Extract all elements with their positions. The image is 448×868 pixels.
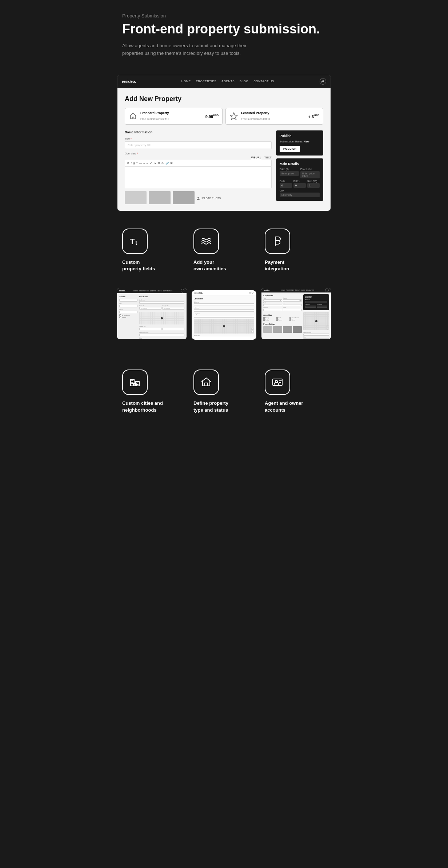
user-icon	[320, 78, 326, 85]
hero-section: Property Submission Front-end property s…	[112, 0, 336, 68]
feature-item-cities: Custom cities andneighborhoods	[117, 364, 188, 419]
property-type-icon-wrap	[193, 370, 219, 395]
beds-label: Beds	[280, 180, 292, 182]
publish-panel: Publish Submission Status: New PUBLISH	[276, 130, 323, 156]
ss-mobile-logo: resideo.	[195, 292, 203, 294]
size-input[interactable]: 1	[307, 183, 320, 188]
feature-item-custom-fields: T t Customproperty fields	[117, 223, 188, 278]
hero-eyebrow: Property Submission	[122, 13, 326, 19]
beds-field: Beds 0	[280, 180, 292, 188]
ss-address-input	[139, 301, 184, 304]
ss-input-field	[119, 311, 137, 313]
ss-wide-bar: resideo. HOMEPROPERTIESAGENTSBLOGCONTACT…	[261, 288, 331, 292]
price-label: Price ($)	[280, 168, 299, 170]
baths-field: Baths 0	[293, 180, 306, 188]
property-form: Add New Property Standard Property Free …	[117, 88, 331, 211]
city-field: City Enter city	[280, 189, 320, 197]
price-label2: Price Label	[300, 168, 320, 170]
accounts-icon-wrap	[265, 370, 290, 395]
ss-desktop-sidebar: Status List Input Air conditioner Intern…	[119, 295, 137, 339]
ss-lat-lng: Latitude 41.374639 Longitude -59.394356	[139, 305, 184, 311]
form-body: Basic Information Title * Enter property…	[125, 130, 323, 206]
photo-thumb-3	[173, 191, 195, 204]
tab-visual[interactable]: VISUAL	[251, 156, 261, 159]
ss-wide-amenities: Parking Pool Air conditioned Heating Bal…	[263, 317, 302, 321]
feature-item-property-type: Define propertytype and status	[188, 364, 260, 419]
ss-logo-1: resideo.	[119, 290, 125, 292]
form-right: Publish Submission Status: New PUBLISH M…	[276, 130, 323, 206]
ss-wide-content: Key Details Type Status Beds	[261, 292, 331, 339]
cities-icon-wrap	[122, 370, 148, 395]
ss-wide-key-title: Key Details	[263, 294, 302, 296]
size-field: Size (SF) 1	[307, 180, 320, 188]
upload-btn[interactable]: UPLOAD PHOTO	[197, 191, 221, 204]
ss-mobile-lat: Latitude	[194, 307, 255, 312]
price-input[interactable]: Enter price	[280, 171, 299, 176]
ss-input-label: Input	[119, 308, 137, 310]
feature-label-payment: Paymentintegration	[265, 259, 289, 272]
ss-list-label: List	[119, 303, 137, 304]
size-label: Size (SF)	[307, 180, 320, 182]
browser-logo: resideo.	[122, 79, 136, 84]
ss-wide-key-details: Key Details Type Status Beds	[263, 294, 302, 312]
overview-label: Overview *	[125, 152, 272, 155]
ss-wide-gallery: Photo Gallery	[263, 323, 302, 333]
beds-baths-row: Beds 0 Baths 0 Size (SF) 1	[280, 180, 320, 188]
ss-checkboxes: Air conditioner Internet	[119, 314, 137, 318]
ss-list-input	[119, 305, 137, 307]
ss-desktop-bar: resideo. HOMEPROPERTIESAGENTSBLOGCONTACT…	[117, 288, 187, 293]
publish-button[interactable]: PUBLISH	[280, 146, 300, 152]
featured-option[interactable]: Featured Property Free submissions left:…	[225, 108, 323, 125]
screenshots-row: resideo. HOMEPROPERTIESAGENTSBLOGCONTACT…	[112, 288, 336, 352]
ss-wide-amenities-section: Amenities Parking Pool Air conditioned H…	[263, 314, 302, 321]
payment-icon-wrap	[265, 229, 290, 254]
tab-text[interactable]: TEXT	[264, 156, 272, 159]
standard-option[interactable]: Standard Property Free submissions left:…	[125, 108, 223, 125]
standard-option-sub: Free submissions left: 3	[140, 117, 169, 121]
ss-mobile-location-title: Location	[194, 298, 255, 300]
upload-label: UPLOAD PHOTO	[201, 197, 221, 199]
main-details-title: Main Details	[280, 162, 320, 166]
standard-price: 9.99USD	[205, 114, 219, 119]
standard-option-name: Standard Property	[140, 111, 203, 115]
submission-status: Submission Status: New	[280, 140, 320, 143]
featured-option-sub: Free submissions left: 3	[241, 117, 270, 121]
photo-thumb-2	[149, 191, 171, 204]
ss-wide-logo: resideo.	[264, 290, 270, 291]
ss-wide-location-panel: Location Address Latitude Longitude	[303, 294, 329, 310]
svg-text:t: t	[135, 240, 137, 246]
ss-location-title: Location	[139, 295, 184, 298]
ss-wide-type-status: Type Status	[263, 298, 302, 302]
feature-label-custom-fields: Customproperty fields	[122, 259, 155, 272]
svg-rect-2	[197, 199, 199, 199]
ss-wide-left: Key Details Type Status Beds	[263, 294, 302, 339]
browser-mockup: resideo. HOME PROPERTIES AGENTS BLOG CON…	[117, 75, 331, 211]
beds-input[interactable]: 0	[280, 183, 292, 188]
baths-input[interactable]: 0	[293, 183, 306, 188]
overview-editor[interactable]	[125, 166, 272, 188]
ss-wide-user-icon	[325, 288, 329, 292]
form-title: Add New Property	[125, 95, 323, 103]
price-label-input[interactable]: Enter price label	[300, 171, 320, 178]
browser-nav: HOME PROPERTIES AGENTS BLOG CONTACT US	[181, 80, 274, 83]
price-row: Price ($) Enter price Price Label Enter …	[280, 168, 320, 178]
ss-mobile-map: + −	[194, 319, 255, 334]
publish-panel-title: Publish	[280, 134, 320, 138]
ss-mobile-address: Address	[194, 301, 255, 306]
hero-title: Front-end property submission.	[122, 21, 326, 36]
city-input[interactable]: Enter city	[280, 193, 320, 197]
featured-option-name: Featured Property	[241, 111, 305, 115]
status-value: New	[304, 140, 309, 143]
editor-tabs: VISUAL TEXT	[125, 156, 272, 159]
ss-mobile-bar: resideo.	[192, 290, 257, 295]
custom-fields-icon-wrap: T t	[122, 229, 148, 254]
title-input[interactable]: Enter property title	[125, 141, 272, 149]
ss-wide-amenities-title: Amenities	[263, 314, 302, 316]
feature-item-accounts: Agent and owneraccounts	[260, 364, 331, 419]
photo-thumb-1	[125, 191, 147, 204]
featured-price: + 3USD	[308, 114, 319, 119]
price-label-field: Price Label Enter price label	[300, 168, 320, 178]
ss-mobile-dots	[249, 292, 253, 294]
screenshot-desktop: resideo. HOMEPROPERTIESAGENTSBLOGCONTACT…	[117, 288, 187, 339]
ss-city-label: City	[139, 337, 184, 339]
